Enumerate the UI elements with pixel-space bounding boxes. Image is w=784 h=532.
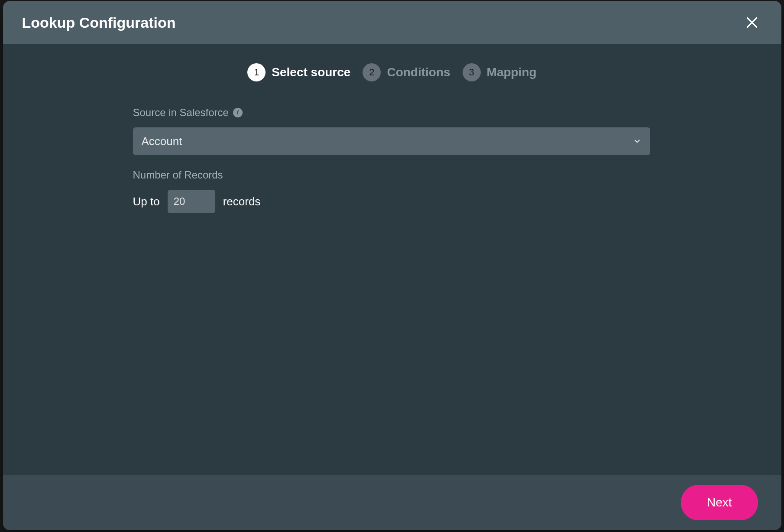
modal-title: Lookup Configuration	[22, 14, 176, 31]
modal-header: Lookup Configuration	[3, 1, 781, 44]
step-number: 1	[247, 63, 266, 81]
modal-footer: Next	[3, 475, 781, 530]
source-select-value: Account	[142, 135, 182, 148]
records-input[interactable]	[168, 190, 215, 213]
form-section: Source in Salesforce i Account Number of…	[3, 107, 781, 213]
chevron-down-icon	[633, 137, 641, 146]
records-row: Up to records	[133, 190, 651, 213]
records-prefix: Up to	[133, 195, 160, 208]
records-label-row: Number of Records	[133, 169, 651, 181]
step-select-source[interactable]: 1 Select source	[247, 63, 350, 81]
source-select[interactable]: Account	[133, 127, 650, 155]
records-label: Number of Records	[133, 169, 223, 181]
lookup-configuration-modal: Lookup Configuration 1 Select source 2 C…	[3, 1, 781, 530]
source-label-row: Source in Salesforce i	[133, 107, 651, 119]
step-conditions[interactable]: 2 Conditions	[363, 63, 450, 81]
next-button[interactable]: Next	[681, 485, 758, 520]
info-icon[interactable]: i	[233, 108, 243, 117]
source-label: Source in Salesforce	[133, 107, 229, 119]
close-icon	[745, 16, 759, 29]
records-suffix: records	[223, 195, 261, 208]
step-number: 3	[463, 63, 481, 81]
close-button[interactable]	[742, 12, 762, 33]
step-number: 2	[363, 63, 381, 81]
step-label: Conditions	[387, 65, 450, 79]
step-mapping[interactable]: 3 Mapping	[463, 63, 537, 81]
stepper: 1 Select source 2 Conditions 3 Mapping	[3, 44, 781, 107]
step-label: Mapping	[487, 65, 537, 79]
step-label: Select source	[272, 65, 350, 79]
source-select-wrapper: Account	[133, 127, 650, 155]
modal-body: 1 Select source 2 Conditions 3 Mapping S…	[3, 44, 781, 475]
